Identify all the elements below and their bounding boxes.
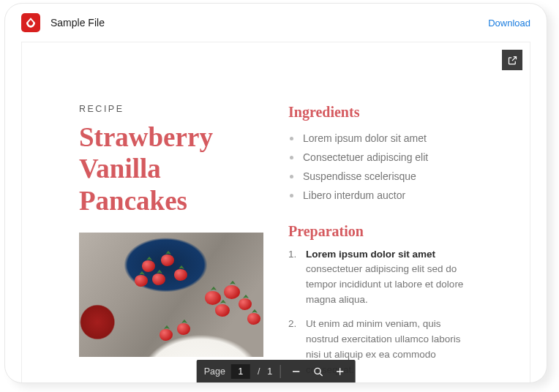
ingredients-list: Lorem ipsum dolor sit amet Consectetuer …	[288, 129, 476, 206]
recipe-title: Strawberry Vanilla Pancakes	[79, 121, 263, 216]
pdf-icon	[21, 13, 40, 32]
total-pages: 1	[267, 366, 272, 377]
list-item: Suspendisse scelerisque	[288, 167, 476, 186]
document-page: RECIPE Strawberry Vanilla Pancakes	[22, 42, 530, 383]
file-name: Sample File	[50, 17, 488, 29]
page-number-input[interactable]	[231, 364, 250, 379]
zoom-out-button[interactable]	[288, 363, 304, 380]
header-bar: Sample File Download	[5, 4, 547, 42]
list-item: Libero interdum auctor	[288, 186, 476, 206]
zoom-reset-button[interactable]	[309, 363, 326, 380]
list-item: Lorem ipsum dolor sit amet	[288, 129, 476, 148]
ingredients-heading: Ingredients	[288, 104, 476, 121]
list-item: Consectetuer adipiscing elit	[288, 148, 476, 167]
zoom-in-button[interactable]	[331, 363, 348, 380]
app-window: Sample File Download RECIPE Strawberry V…	[4, 3, 547, 383]
page-label: Page	[204, 366, 225, 377]
svg-line-2	[320, 374, 322, 376]
pdf-viewer: RECIPE Strawberry Vanilla Pancakes	[21, 42, 530, 383]
toolbar-divider	[280, 365, 280, 378]
recipe-eyebrow: RECIPE	[79, 104, 263, 114]
list-item: Lorem ipsum dolor sit amet consectetuer …	[288, 247, 476, 309]
pdf-toolbar: Page / 1	[197, 360, 356, 383]
svg-point-1	[315, 368, 320, 374]
page-separator: /	[256, 366, 261, 377]
download-link[interactable]: Download	[488, 18, 530, 29]
preparation-heading: Preparation	[288, 223, 476, 240]
